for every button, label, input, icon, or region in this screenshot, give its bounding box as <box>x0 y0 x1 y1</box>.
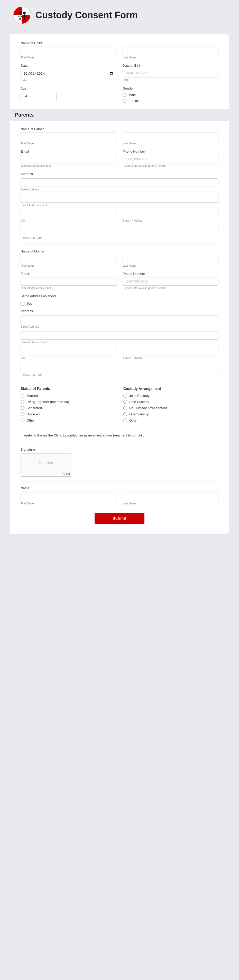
father-address-label: Address <box>21 172 218 176</box>
child-last-name-input[interactable] <box>123 46 218 55</box>
date-input[interactable] <box>21 69 116 78</box>
mother-state-input[interactable] <box>123 347 218 355</box>
same-address-checkbox[interactable] <box>21 302 24 305</box>
mother-city-input[interactable] <box>21 347 116 355</box>
child-first-name-input[interactable] <box>21 46 116 55</box>
status-of-parents-label: Status of Parents <box>21 387 116 391</box>
dob-label: Date of Birth <box>123 64 218 67</box>
custody-joint-radio[interactable] <box>123 394 127 398</box>
custody-guardianship-radio[interactable] <box>123 412 127 416</box>
father-phone-input[interactable] <box>123 155 218 164</box>
father-street1-input[interactable] <box>21 178 218 187</box>
dob-input[interactable] <box>123 69 218 78</box>
gender-male-radio[interactable] <box>123 93 127 97</box>
custody-none-option[interactable]: No Custody Arrangement <box>123 406 218 410</box>
status-other-option[interactable]: Other <box>21 418 116 422</box>
father-email-phone-section: Email example@example.com Phone Number P… <box>21 150 218 167</box>
child-name-section: Name of Child First Name Last Name <box>21 41 218 59</box>
custody-guardianship-option[interactable]: Guardianship <box>123 412 218 416</box>
father-city-state-row: City State / Province <box>21 210 218 222</box>
custody-other-radio[interactable] <box>123 418 127 422</box>
father-city-input[interactable] <box>21 210 116 218</box>
submit-button[interactable]: Submit <box>95 513 144 524</box>
custody-arrangement-label: Custody Arrangement <box>123 387 218 391</box>
age-input[interactable] <box>21 92 57 100</box>
status-separated-label: Separated <box>27 406 42 410</box>
signature-box[interactable]: Sign Here Clear <box>21 453 72 477</box>
date-col: Date Date <box>21 64 116 82</box>
divider-3 <box>21 427 218 427</box>
father-street2-sub: Street Address Line 2 <box>21 204 47 207</box>
custody-joint-label: Joint Custody <box>129 394 150 398</box>
father-street2-input[interactable] <box>21 194 218 202</box>
father-zip-sub: Postal / Zip Code <box>21 236 42 239</box>
mother-email-col: Email example@example.com <box>21 272 116 290</box>
same-address-checkbox-label[interactable]: Yes <box>21 302 32 305</box>
status-of-parents-group: Married Living Together (not married) Se… <box>21 394 116 422</box>
status-of-parents-col: Status of Parents Married Living Togethe… <box>21 387 116 422</box>
status-divorced-radio[interactable] <box>21 412 24 416</box>
gender-female-radio[interactable] <box>123 99 127 103</box>
mother-email-input[interactable] <box>21 277 116 286</box>
status-divorced-label: Divorced <box>27 412 40 416</box>
signature-first-name-sub: First Name <box>21 502 116 505</box>
divider-5 <box>21 481 218 482</box>
age-col: Age <box>21 86 116 103</box>
mother-phone-sub: Please enter a valid phone number. <box>123 286 218 290</box>
same-address-yes-label: Yes <box>27 302 32 305</box>
father-name-section: Name of Father First Name Last Name <box>21 127 218 145</box>
father-phone-sub: Please enter a valid phone number. <box>123 164 218 167</box>
father-state-input[interactable] <box>123 210 218 218</box>
custody-none-label: No Custody Arrangement <box>129 406 167 410</box>
father-email-label: Email <box>21 150 116 153</box>
signature-last-name-input[interactable] <box>123 493 218 501</box>
custody-other-label: Other <box>129 418 138 422</box>
custody-sole-option[interactable]: Sole Custody <box>123 400 218 404</box>
mother-street2-input[interactable] <box>21 331 218 340</box>
gender-col: Gender Male Female <box>123 86 218 103</box>
father-first-name-input[interactable] <box>21 132 116 141</box>
mother-email-sub: example@example.com <box>21 286 116 290</box>
gender-female-option[interactable]: Female <box>123 99 218 103</box>
father-street2-field: Street Address Line 2 <box>21 194 218 207</box>
signature-first-name-input[interactable] <box>21 493 116 501</box>
father-email-input[interactable] <box>21 155 116 164</box>
mother-first-name-col: Name of Mother First Name <box>21 250 116 267</box>
gender-group: Male Female <box>123 93 218 103</box>
status-divorced-option[interactable]: Divorced <box>21 412 116 416</box>
mother-street1-field: Street Address <box>21 315 218 329</box>
status-separated-radio[interactable] <box>21 406 24 410</box>
mother-first-name-input[interactable] <box>21 255 116 263</box>
name-after-signature-fields: First Name Last Name <box>21 493 218 505</box>
status-separated-option[interactable]: Separated <box>21 406 116 410</box>
father-city-sub: City <box>21 219 116 222</box>
clear-signature-button[interactable]: Clear <box>63 472 72 476</box>
custody-sole-radio[interactable] <box>123 400 127 404</box>
mother-zip-input[interactable] <box>21 364 218 372</box>
father-last-name-input[interactable] <box>123 132 218 141</box>
custody-none-radio[interactable] <box>123 406 127 410</box>
status-living-together-option[interactable]: Living Together (not married) <box>21 400 116 404</box>
mother-address-section: Address Street Address Street Address Li… <box>21 309 218 377</box>
mother-last-name-col: Last Name <box>123 250 218 267</box>
mother-phone-col: Phone Number Please enter a valid phone … <box>123 272 218 290</box>
status-other-radio[interactable] <box>21 418 24 422</box>
father-state-col: State / Province <box>123 210 218 222</box>
child-name-label: Name of Child <box>21 41 116 45</box>
custody-sole-label: Sole Custody <box>129 400 149 404</box>
signature-label: Signature <box>21 447 218 452</box>
gender-male-option[interactable]: Male <box>123 93 218 97</box>
child-last-name-spacer <box>123 41 218 45</box>
mother-phone-input[interactable] <box>123 277 218 286</box>
father-address-section: Address Street Address Street Address Li… <box>21 172 218 240</box>
status-living-together-radio[interactable] <box>21 400 24 404</box>
status-married-option[interactable]: Married <box>21 394 116 398</box>
page-header: Custody Consent Form <box>0 0 239 29</box>
custody-joint-option[interactable]: Joint Custody <box>123 394 218 398</box>
father-zip-input[interactable] <box>21 227 218 235</box>
custody-other-option[interactable]: Other <box>123 418 218 422</box>
name-after-signature-section: Name First Name Last Name <box>21 486 218 505</box>
status-married-radio[interactable] <box>21 394 24 398</box>
mother-last-name-input[interactable] <box>123 255 218 263</box>
mother-street1-input[interactable] <box>21 315 218 324</box>
